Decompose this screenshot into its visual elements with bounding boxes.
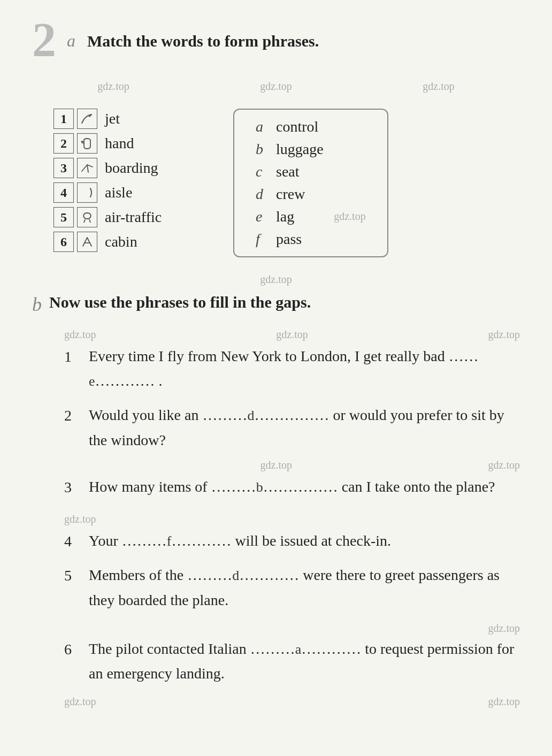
answer-letter-e: e [256, 208, 269, 225]
sentence-item-5: 5 Members of the ………d………… were there to … [64, 563, 520, 612]
watermark-11: gdz.top [64, 513, 96, 525]
answer-word-f: pass [276, 231, 302, 248]
match-item-3: 3 boarding [53, 158, 180, 178]
sentence-item-2: 2 Would you like an ………d…………… or would y… [64, 403, 520, 452]
match-num-3: 3 [53, 158, 74, 178]
answer-letter-c: c [256, 163, 269, 180]
sentence-num-6: 6 [64, 637, 80, 686]
watermark-inner: gdz.top [334, 210, 365, 223]
sentence-num-5: 5 [64, 563, 80, 612]
sentence-num-2: 2 [64, 403, 80, 452]
answer-letter-f: f [256, 231, 269, 248]
sentence-num-3: 3 [64, 475, 80, 500]
answer-item-f: f pass [256, 231, 366, 248]
match-container: 1 jet 2 hand 3 [53, 109, 520, 257]
match-word-3: boarding [105, 159, 180, 177]
watermark-14: gdz.top [488, 696, 520, 708]
watermark-2: gdz.top [260, 80, 292, 93]
answer-item-c: c seat [256, 163, 366, 180]
match-num-4: 4 [53, 182, 74, 203]
watermark-3: gdz.top [423, 80, 454, 93]
watermark-4: gdz.top [260, 273, 292, 286]
part-a-instruction: Match the words to form phrases. [87, 32, 319, 50]
answer-letter-a: a [256, 118, 269, 135]
watermark-13: gdz.top [64, 696, 96, 708]
watermark-6: gdz.top [276, 329, 308, 341]
match-icon-2 [77, 133, 97, 154]
match-word-5: air-traffic [105, 209, 180, 226]
sentences-list: 1 Every time I fly from New York to Lond… [64, 344, 520, 708]
match-icon-6 [77, 232, 97, 252]
sentence-num-1: 1 [64, 344, 80, 393]
match-num-5: 5 [53, 207, 74, 227]
match-icon-5 [77, 207, 97, 227]
watermark-9: gdz.top [260, 459, 292, 471]
match-icon-3 [77, 158, 97, 178]
watermark-10: gdz.top [488, 459, 520, 471]
part-b-header: b Now use the phrases to fill in the gap… [32, 293, 520, 316]
answer-word-c: seat [276, 163, 300, 180]
part-b-instruction: Now use the phrases to fill in the gaps. [49, 293, 311, 311]
match-num-6: 6 [53, 232, 74, 252]
watermark-7: gdz.top [488, 329, 520, 341]
part-b-label: b [32, 293, 42, 316]
match-item-5: 5 air-traffic [53, 207, 180, 227]
answer-item-e: e lag [256, 208, 294, 225]
answer-item-d: d crew [256, 186, 366, 203]
answer-word-e: lag [276, 208, 294, 225]
page-header: 2 a Match the words to form phrases. [32, 21, 520, 64]
sentence-text-1: Every time I fly from New York to London… [89, 344, 520, 393]
match-item-2: 2 hand [53, 133, 180, 154]
answer-letter-d: d [256, 186, 269, 203]
sentence-item-1: 1 Every time I fly from New York to Lond… [64, 344, 520, 393]
answer-word-a: control [276, 118, 318, 135]
watermark-12: gdz.top [488, 622, 520, 635]
sentence-num-4: 4 [64, 529, 80, 554]
sentence-item-4: 4 Your ………f………… will be issued at check-… [64, 529, 520, 554]
answer-word-d: crew [276, 186, 305, 203]
watermark-1: gdz.top [97, 80, 129, 93]
match-item-6: 6 cabin [53, 232, 180, 252]
sentence-text-5: Members of the ………d………… were there to gr… [89, 563, 520, 612]
answer-word-b: luggage [276, 141, 324, 158]
answer-item-a: a control [256, 118, 366, 135]
sentence-text-3: How many items of ………b…………… can I take o… [89, 475, 495, 500]
right-column-box: a control b luggage c seat d crew e lag [233, 109, 388, 257]
match-word-4: aisle [105, 184, 180, 201]
answer-item-b: b luggage [256, 141, 366, 158]
match-item-1: 1 jet [53, 109, 180, 129]
match-item-4: 4 aisle [53, 182, 180, 203]
match-word-6: cabin [105, 233, 180, 250]
sentence-text-4: Your ………f………… will be issued at check-in… [89, 529, 391, 554]
left-column: 1 jet 2 hand 3 [53, 109, 180, 257]
sentence-text-6: The pilot contacted Italian ………a………… to … [89, 637, 520, 686]
sentence-text-2: Would you like an ………d…………… or would you… [89, 403, 520, 452]
match-num-2: 2 [53, 133, 74, 154]
match-word-1: jet [105, 110, 180, 127]
part-a-label: a [67, 31, 75, 51]
match-icon-1 [77, 109, 97, 129]
sentence-item-6: 6 The pilot contacted Italian ………a………… t… [64, 637, 520, 686]
match-word-2: hand [105, 135, 180, 152]
exercise-number: 2 [32, 16, 56, 64]
match-icon-4 [77, 182, 97, 203]
watermark-5: gdz.top [64, 329, 96, 341]
sentence-item-3: 3 How many items of ………b…………… can I take… [64, 475, 520, 500]
answer-letter-b: b [256, 141, 269, 158]
match-num-1: 1 [53, 109, 74, 129]
